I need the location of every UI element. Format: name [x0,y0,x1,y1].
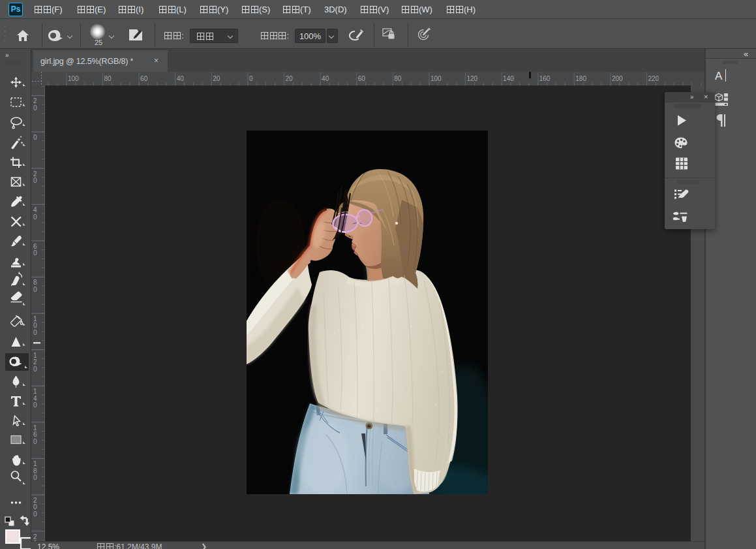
svg-text:0: 0 [33,438,37,445]
svg-text:4: 4 [33,206,37,213]
svg-text:0: 0 [33,213,37,221]
svg-text:6: 6 [33,431,37,438]
svg-text:0: 0 [33,329,37,336]
svg-text:0: 0 [33,286,37,293]
svg-text:2: 2 [33,170,37,178]
svg-text:0: 0 [33,510,37,518]
svg-text:0: 0 [33,366,37,373]
svg-text:0: 0 [33,474,37,481]
svg-text:0: 0 [33,249,37,257]
svg-text:1: 1 [33,424,37,431]
svg-text:1: 1 [33,352,37,359]
svg-text:80: 80 [104,75,112,82]
svg-text:100: 100 [68,75,79,82]
svg-text:100: 100 [431,75,442,82]
svg-text:6: 6 [33,243,37,250]
svg-text:0: 0 [249,75,253,82]
svg-text:0: 0 [33,177,37,184]
svg-text:0: 0 [33,503,37,510]
svg-text:1: 1 [33,388,37,395]
svg-text:8: 8 [33,467,37,475]
svg-text:0: 0 [33,134,37,141]
svg-text:120: 120 [467,75,478,82]
svg-text:40: 40 [322,75,329,82]
svg-text:8: 8 [33,279,37,286]
svg-text:0: 0 [33,322,37,329]
svg-text:0: 0 [33,104,37,112]
svg-text:80: 80 [394,75,402,82]
svg-text:20: 20 [213,75,220,82]
svg-text:180: 180 [575,75,586,82]
svg-text:60: 60 [358,75,366,82]
svg-text:140: 140 [503,75,514,82]
svg-text:0: 0 [33,401,37,409]
svg-text:20: 20 [286,75,294,82]
svg-text:60: 60 [140,75,148,82]
svg-text:1: 1 [33,460,37,467]
svg-text:160: 160 [539,75,551,82]
svg-text:40: 40 [177,75,185,82]
svg-text:4: 4 [33,395,37,402]
svg-text:2: 2 [33,497,37,504]
svg-text:1: 1 [33,315,37,322]
svg-text:2: 2 [33,533,37,541]
svg-text:2: 2 [33,358,37,366]
svg-text:220: 220 [648,75,659,82]
svg-text:2: 2 [33,97,37,104]
svg-text:200: 200 [612,75,623,82]
